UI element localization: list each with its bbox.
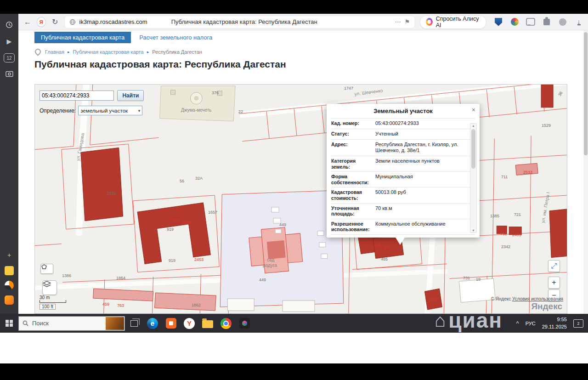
scroll-thumb[interactable] (471, 129, 475, 169)
alice-label: Спросить Алису AI (436, 16, 481, 28)
tabs-counter-badge[interactable]: 12 (4, 53, 15, 62)
map-canvas[interactable]: 37622Джума-мечеть1747ул. Шевченко361529у… (34, 84, 567, 314)
map-label: 36 (557, 91, 564, 97)
popup-row-label: Кад. номер: (331, 120, 375, 127)
app-dark[interactable] (235, 314, 254, 333)
action-center-icon[interactable]: 2 (573, 319, 583, 328)
map-label: 449 (259, 278, 266, 282)
popup-rows: Кад. номер:05:43:000274:2933Статус:Учтен… (331, 118, 475, 235)
breadcrumb-item[interactable]: Главная (45, 49, 64, 55)
cadastral-number-input[interactable] (40, 91, 114, 101)
map-label: 721 (514, 212, 521, 217)
music-icon[interactable] (5, 281, 14, 290)
layers-button[interactable] (42, 280, 57, 295)
zoom-in-button[interactable]: + (548, 277, 560, 289)
map-label: 2533 (523, 170, 532, 175)
app-orange[interactable] (162, 314, 180, 333)
orange-app-icon (166, 318, 176, 329)
popup-row-label: Кадастровая стоимость: (331, 189, 375, 201)
definition-select[interactable]: земельный участок ▾ (78, 106, 142, 115)
map-label: 1747 (344, 86, 353, 91)
map-label: сад (267, 257, 274, 262)
scroll-down-icon[interactable]: ▼ (470, 229, 476, 232)
yandex-map-logo: Яндекс (531, 301, 562, 312)
map-label: 19 (476, 277, 481, 282)
map-label: ул. им. Петра I (540, 192, 551, 223)
security-extension-icon[interactable] (494, 17, 503, 27)
history-icon[interactable] (4, 19, 15, 30)
downloads-icon[interactable]: ↓ (574, 17, 583, 27)
tab-land-tax[interactable]: Расчет земельного налога (139, 34, 212, 41)
map-label: 919 (169, 258, 175, 263)
popup-row: Разрешенное использование:Коммунальное о… (331, 219, 475, 235)
popup-row-label: Форма собственности: (331, 174, 375, 185)
breadcrumb: Главная▸Публичная кадастровая карта▸Респ… (35, 49, 202, 55)
map-label: 763 (117, 303, 124, 308)
download-glyph: ↓ (577, 19, 581, 25)
language-indicator[interactable]: РУС (526, 321, 536, 326)
refresh-button[interactable]: ↻ (51, 17, 60, 26)
chat-extension-icon[interactable] (526, 17, 535, 27)
popup-row-label: Статус: (331, 131, 375, 137)
tray-date: 29.11.2025 (542, 323, 567, 330)
play-icon[interactable]: ▶ (4, 36, 15, 47)
services-icon[interactable] (5, 295, 14, 305)
bookmark-icon[interactable]: ⚑ (405, 18, 410, 25)
close-icon[interactable]: × (472, 106, 475, 113)
app-explorer[interactable] (198, 314, 217, 333)
site-globe-icon (69, 19, 76, 25)
breadcrumb-item[interactable]: Публичная кадастровая карта (73, 49, 143, 55)
scale-meters: 30 m (40, 295, 66, 300)
map-label: 1864 (116, 276, 125, 280)
app-chrome[interactable] (217, 314, 235, 333)
notes-icon[interactable] (5, 266, 14, 275)
map-label: 2343 (428, 297, 438, 304)
app-edge[interactable]: e (143, 314, 162, 333)
alice-icon (426, 18, 433, 26)
taskbar-search[interactable]: Поиск (18, 316, 125, 331)
site-tabs: Публичная кадастровая карта Расчет земел… (34, 31, 212, 43)
tray-expand-icon[interactable]: ^ (516, 320, 519, 327)
popup-row: Статус:Учтенный (331, 129, 475, 140)
map-label: 1386 (62, 273, 71, 278)
tab-cadastral-map[interactable]: Публичная кадастровая карта (34, 32, 131, 43)
measure-area-button[interactable] (40, 264, 53, 274)
map-copyright: © Яндекс (491, 296, 511, 301)
tabs-count: 12 (6, 56, 11, 61)
page-scrollbar[interactable] (583, 30, 588, 314)
popup-row-value: Учтенный (375, 131, 475, 137)
ask-alice-button[interactable]: Спросить Алису AI (420, 15, 487, 29)
definition-label: Определение: (40, 108, 76, 114)
popup-scrollbar[interactable]: ▲ ▼ (470, 123, 477, 233)
back-button[interactable]: ← (23, 18, 32, 26)
extensions-puzzle-icon[interactable] (542, 17, 551, 27)
page-scroll-thumb[interactable] (584, 32, 588, 155)
map-label: 459 (102, 302, 109, 306)
extension-misc-icon[interactable] (558, 17, 567, 27)
map-label: 752 (500, 232, 507, 236)
add-panel-icon[interactable]: + (4, 250, 15, 261)
screenshot-icon[interactable] (4, 68, 15, 79)
terms-link[interactable]: Условия использования (512, 296, 563, 301)
plus-glyph: + (7, 251, 11, 259)
more-actions-icon[interactable]: ⋯ (395, 18, 401, 25)
fullscreen-button[interactable]: ⤢ (548, 260, 560, 272)
play-glyph: ▶ (7, 38, 12, 45)
popup-row: Кад. номер:05:43:000274:2933 (331, 119, 475, 129)
task-view-button[interactable] (125, 314, 143, 333)
search-icon (23, 320, 28, 326)
clock[interactable]: 9:55 29.11.2025 (542, 316, 567, 330)
map-label: 2347 (384, 245, 393, 250)
address-bar[interactable]: ik3map.roscadastres.com Публичная кадаст… (64, 16, 415, 28)
find-button[interactable]: Найти (117, 90, 144, 101)
map-labels-layer: 37622Джума-мечеть1747ул. Шевченко361529у… (35, 85, 567, 313)
scroll-up-icon[interactable]: ▲ (470, 124, 476, 127)
start-button[interactable] (0, 314, 18, 333)
map-label: ул. Гамидова (75, 133, 85, 161)
app-yandex-browser[interactable]: Y (180, 314, 198, 333)
yandex-icon[interactable]: Я (37, 17, 46, 27)
popup-row-label: Категория земель: (331, 158, 375, 170)
map-label: 2559 (170, 218, 180, 222)
search-daily-image (106, 317, 124, 330)
extension-color-icon[interactable] (510, 17, 519, 27)
